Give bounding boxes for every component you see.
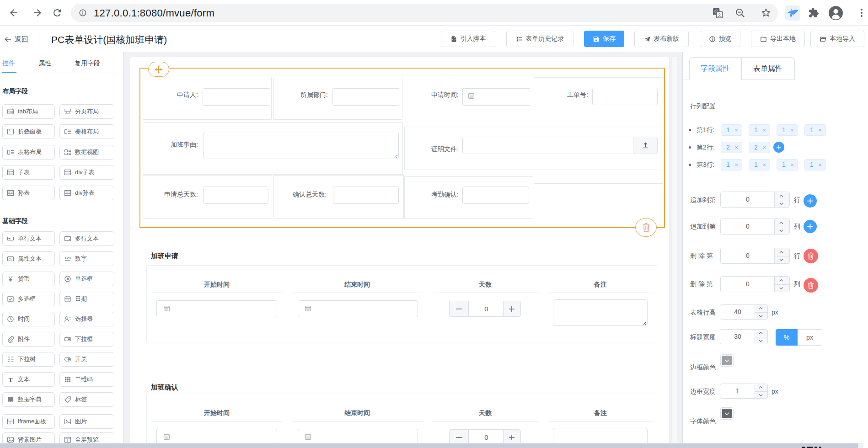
svg-text:T: T [9, 376, 13, 383]
svg-text:文: 文 [718, 12, 722, 17]
svg-text:15: 15 [66, 299, 69, 302]
svg-text:123: 123 [64, 256, 71, 260]
svg-text:TAB: TAB [8, 111, 13, 113]
